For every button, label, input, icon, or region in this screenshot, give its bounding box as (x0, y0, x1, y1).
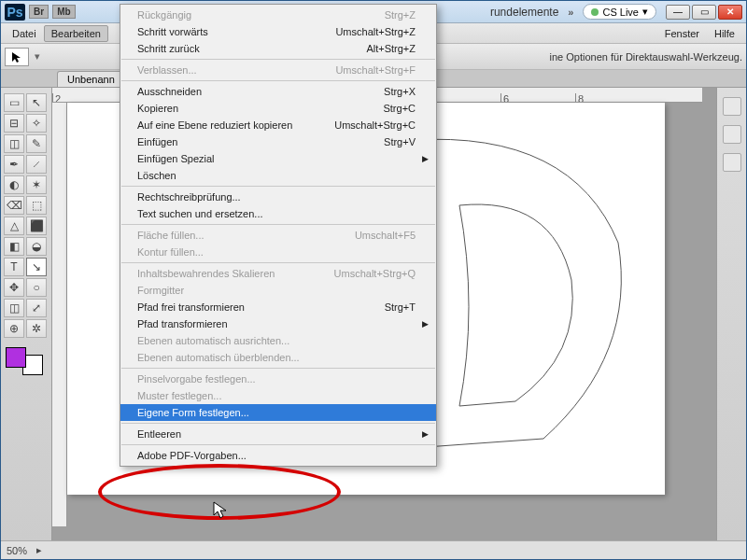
tool-1[interactable]: ↖ (26, 93, 47, 112)
bridge-badge[interactable]: Br (29, 5, 49, 19)
menu-shortcut: Umschalt+Strg+Q (334, 268, 416, 279)
tool-20[interactable]: ◫ (4, 299, 24, 317)
tool-13[interactable]: ⬛ (26, 217, 47, 235)
menu-shortcut: Umschalt+Strg+F (335, 64, 416, 76)
menu-hilfe[interactable]: Hilfe (707, 25, 742, 42)
menu-item[interactable]: Text suchen und ersetzen... (120, 205, 436, 222)
menu-item-label: Kopieren (137, 103, 178, 114)
tool-2[interactable]: ⊟ (4, 114, 24, 133)
tool-15[interactable]: ◒ (26, 237, 47, 256)
menu-item: Ebenen automatisch überblenden... (120, 349, 436, 366)
tool-22[interactable]: ⊕ (4, 319, 24, 338)
menu-item[interactable]: Einfügen Spezial▶ (120, 150, 436, 167)
tool-preset-picker[interactable] (5, 48, 29, 66)
menu-item-label: Schritt zurück (137, 43, 200, 54)
menu-item-label: Pinselvorgabe festlegen... (137, 373, 256, 385)
status-dot-icon (591, 8, 599, 16)
menu-item: RückgängigStrg+Z (120, 7, 436, 23)
tool-5[interactable]: ✎ (26, 134, 47, 153)
tool-12[interactable]: △ (4, 217, 24, 235)
menu-item-label: Schritt vorwärts (137, 26, 208, 37)
tool-0[interactable]: ▭ (4, 93, 24, 112)
minibridge-badge[interactable]: Mb (52, 5, 75, 19)
chevron-down-icon[interactable]: ▾ (35, 50, 40, 63)
close-button[interactable]: ✕ (718, 5, 742, 20)
menu-bearbeiten[interactable]: Bearbeiten (44, 25, 108, 42)
chevrons-icon[interactable]: » (568, 7, 573, 18)
cs-live-label: CS Live (602, 7, 639, 18)
menu-item-label: Auf eine Ebene reduziert kopieren (137, 119, 292, 131)
tool-9[interactable]: ✶ (26, 175, 47, 194)
tool-14[interactable]: ◧ (4, 237, 24, 256)
zoom-level[interactable]: 50% (7, 545, 27, 556)
menu-item-label: Kontur füllen... (137, 246, 204, 258)
menu-item[interactable]: Pfad frei transformierenStrg+T (120, 299, 436, 315)
menu-item[interactable]: AusschneidenStrg+X (120, 83, 436, 100)
menu-item[interactable]: Adobe PDF-Vorgaben... (120, 447, 436, 464)
menu-item-label: Entleeren (137, 428, 181, 440)
right-dock (716, 88, 746, 540)
minimize-button[interactable]: — (666, 5, 690, 20)
menu-item-label: Ausschneiden (137, 86, 202, 97)
menu-item[interactable]: Rechtschreibprüfung... (120, 189, 436, 205)
menu-item[interactable]: Eigene Form festlegen... (120, 404, 436, 421)
letter-d-path[interactable] (403, 131, 637, 457)
menu-item[interactable]: Schritt zurückAlt+Strg+Z (120, 40, 436, 57)
color-swatches[interactable] (4, 345, 45, 377)
menu-item-label: Fläche füllen... (137, 230, 204, 241)
tool-7[interactable]: ⟋ (26, 155, 47, 174)
menu-item: Pinselvorgabe festlegen... (120, 371, 436, 387)
menu-item[interactable]: Pfad transformieren▶ (120, 315, 436, 332)
cs-live-button[interactable]: CS Live ▾ (583, 4, 656, 20)
window-controls: — ▭ ✕ (666, 5, 742, 20)
toolbox: ▭↖⊟✧◫✎✒⟋◐✶⌫⬚△⬛◧◒T↘✥○◫⤢⊕✲ (1, 88, 52, 540)
layers-panel-icon[interactable] (723, 97, 741, 116)
tool-19[interactable]: ○ (26, 278, 47, 297)
menu-item-label: Pfad frei transformieren (137, 301, 245, 313)
menu-item[interactable]: EinfügenStrg+V (120, 133, 436, 150)
tool-6[interactable]: ✒ (4, 155, 24, 174)
menu-fenster[interactable]: Fenster (657, 25, 707, 42)
menu-item-label: Adobe PDF-Vorgaben... (137, 450, 247, 461)
maximize-button[interactable]: ▭ (692, 5, 716, 20)
menu-item-label: Eigene Form festlegen... (137, 407, 249, 418)
menu-shortcut: Strg+Z (385, 9, 416, 21)
menu-item[interactable]: Auf eine Ebene reduziert kopierenUmschal… (120, 117, 436, 133)
tool-10[interactable]: ⌫ (4, 196, 24, 215)
tool-18[interactable]: ✥ (4, 278, 24, 297)
chevron-right-icon[interactable]: ▸ (36, 544, 42, 556)
fg-color-swatch[interactable] (6, 347, 26, 368)
menu-item[interactable]: Löschen (120, 167, 436, 184)
menu-item: Kontur füllen... (120, 244, 436, 260)
menu-datei[interactable]: Datei (5, 25, 44, 42)
menu-item-label: Verblassen... (137, 64, 197, 76)
menu-item-label: Muster festlegen... (137, 390, 222, 401)
menu-item: Muster festlegen... (120, 387, 436, 404)
tool-23[interactable]: ✲ (26, 319, 47, 338)
submenu-arrow-icon: ▶ (422, 429, 429, 439)
menu-item-label: Text suchen und ersetzen... (137, 208, 263, 219)
menu-shortcut: Strg+X (384, 86, 416, 97)
menu-shortcut: Umschalt+F5 (355, 230, 416, 241)
menu-item: Verblassen...Umschalt+Strg+F (120, 62, 436, 78)
photoshop-logo-icon: Ps (5, 4, 25, 21)
swatches-panel-icon[interactable] (723, 153, 741, 172)
color-panel-icon[interactable] (723, 125, 741, 144)
workspace-label[interactable]: rundelemente (490, 6, 558, 19)
menu-item[interactable]: Schritt vorwärtsUmschalt+Strg+Z (120, 23, 436, 40)
menu-item-label: Ebenen automatisch ausrichten... (137, 335, 289, 346)
menu-item[interactable]: Entleeren▶ (120, 426, 436, 442)
menu-item-label: Einfügen (137, 136, 177, 147)
menu-item[interactable]: KopierenStrg+C (120, 100, 436, 117)
tool-3[interactable]: ✧ (26, 114, 47, 133)
document-tab[interactable]: Unbenann (57, 71, 125, 87)
menu-shortcut: Alt+Strg+Z (366, 43, 416, 54)
tool-4[interactable]: ◫ (4, 134, 24, 153)
tool-17[interactable]: ↘ (26, 258, 47, 276)
tool-8[interactable]: ◐ (4, 175, 24, 194)
tool-21[interactable]: ⤢ (26, 299, 47, 317)
tool-16[interactable]: T (4, 258, 24, 276)
bearbeiten-dropdown: RückgängigStrg+ZSchritt vorwärtsUmschalt… (120, 4, 437, 467)
tool-11[interactable]: ⬚ (26, 196, 47, 215)
menu-item-label: Pfad transformieren (137, 318, 228, 329)
